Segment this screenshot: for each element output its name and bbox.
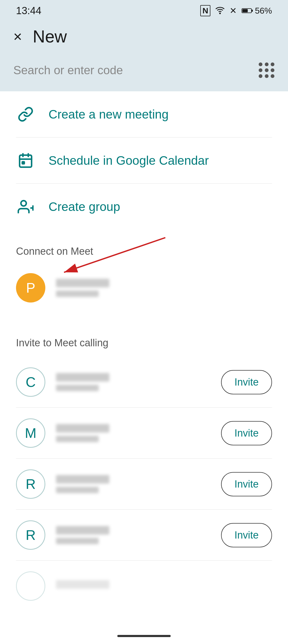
invite-contact-detail-0-blurred [56, 385, 99, 391]
invite-contact-name-2-blurred [56, 475, 109, 484]
invite-avatar-0: C [16, 367, 45, 397]
invite-contact-info-4 [56, 580, 272, 592]
invite-contact-name-1-blurred [56, 424, 109, 433]
nfc-icon: N [200, 5, 210, 16]
invite-contact-info-1 [56, 424, 210, 442]
page-title: New [33, 27, 67, 46]
invite-contact-detail-2-blurred [56, 487, 99, 493]
invite-contact-info-3 [56, 526, 210, 544]
status-time: 13:44 [16, 5, 41, 17]
connect-contact-info [56, 279, 272, 297]
invite-contact-row-3[interactable]: R Invite [0, 510, 288, 560]
battery-icon [242, 7, 253, 14]
menu-label-new-meeting: Create a new meeting [49, 107, 169, 121]
connect-section-header: Connect on Meet [0, 230, 288, 265]
connect-contact-name-blurred [56, 279, 109, 287]
search-placeholder: Search or enter code [13, 64, 123, 77]
grid-icon[interactable] [259, 62, 275, 78]
home-indicator [117, 635, 171, 637]
invite-contact-row-2[interactable]: R Invite [0, 459, 288, 509]
invite-button-0[interactable]: Invite [221, 370, 272, 394]
search-bar: Search or enter code [0, 57, 288, 91]
invite-avatar-3: R [16, 520, 45, 550]
main-content: Create a new meeting Schedule in Google … [0, 91, 288, 611]
svg-rect-4 [20, 155, 32, 167]
invite-avatar-4 [16, 571, 45, 601]
invite-contact-row-0[interactable]: C Invite [0, 357, 288, 407]
battery-percent: 56% [255, 6, 272, 16]
invite-contact-info-2 [56, 475, 210, 493]
invite-contact-name-3-blurred [56, 526, 109, 535]
wifi-icon [215, 5, 225, 16]
menu-item-create-group[interactable]: Create group [0, 184, 288, 230]
close-button[interactable]: × [13, 29, 22, 44]
connect-contact-detail-blurred [56, 290, 99, 297]
invite-contact-name-4-blurred [56, 580, 109, 589]
invite-button-1[interactable]: Invite [221, 421, 272, 445]
invite-button-2[interactable]: Invite [221, 472, 272, 496]
menu-item-schedule-calendar[interactable]: Schedule in Google Calendar [0, 138, 288, 183]
invite-avatar-2: R [16, 469, 45, 499]
invite-button-3[interactable]: Invite [221, 523, 272, 547]
group-icon [16, 197, 35, 216]
search-input[interactable]: Search or enter code [13, 64, 259, 77]
status-icons: N ✕ 56% [200, 5, 272, 16]
page-header: × New [0, 21, 288, 57]
battery-indicator: 56% [242, 6, 272, 16]
link-icon [16, 105, 35, 124]
calendar-icon [16, 151, 35, 170]
svg-point-0 [219, 13, 220, 14]
mute-icon: ✕ [230, 6, 237, 16]
invite-contact-row-1[interactable]: M Invite [0, 408, 288, 458]
invite-contact-name-0-blurred [56, 373, 109, 382]
connect-avatar: P [16, 273, 45, 303]
status-bar: 13:44 N ✕ 56% [0, 0, 288, 21]
svg-rect-8 [22, 162, 25, 164]
connect-contact-row[interactable]: P [0, 265, 288, 319]
svg-rect-2 [251, 10, 253, 12]
menu-label-schedule-calendar: Schedule in Google Calendar [49, 153, 209, 168]
invite-contact-row-4[interactable] [0, 561, 288, 611]
svg-point-9 [21, 201, 26, 206]
invite-avatar-1: M [16, 418, 45, 448]
invite-contact-info-0 [56, 373, 210, 391]
invite-section-header: Invite to Meet calling [0, 321, 288, 357]
menu-label-create-group: Create group [49, 199, 120, 214]
connect-section: Connect on Meet P [0, 230, 288, 319]
svg-rect-3 [242, 9, 248, 12]
invite-contact-detail-1-blurred [56, 436, 99, 442]
invite-section: Invite to Meet calling C Invite M Invite [0, 321, 288, 611]
invite-contact-detail-3-blurred [56, 538, 99, 544]
bottom-bar [0, 628, 288, 644]
menu-item-new-meeting[interactable]: Create a new meeting [0, 91, 288, 137]
